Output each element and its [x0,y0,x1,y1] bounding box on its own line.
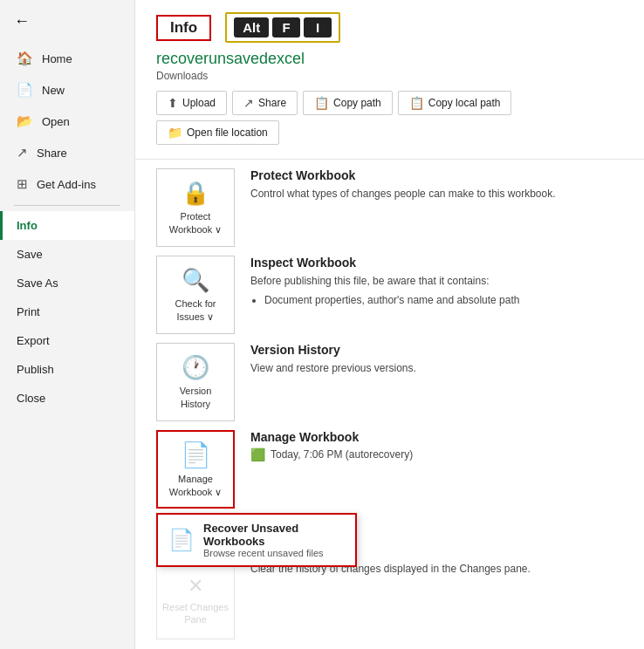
upload-icon: ⬆ [168,96,178,110]
inspect-workbook-title: Inspect Workbook [250,256,623,270]
recover-popup-desc: Browse recent unsaved files [203,548,345,558]
sidebar-item-label: Save As [17,277,58,290]
toolbar: ⬆ Upload ↗ Share 📋 Copy path 📋 Copy loca… [156,91,623,145]
protect-workbook-section: 🔒 ProtectWorkbook ∨ Protect Workbook Con… [156,168,623,247]
sidebar-item-label: Print [17,305,40,318]
version-history-label: VersionHistory [180,385,212,410]
sidebar-item-new[interactable]: 📄 New [0,74,134,106]
sidebar-item-label: Home [42,52,72,65]
sidebar-item-label: Close [17,392,45,405]
protect-workbook-label: ProtectWorkbook ∨ [169,210,222,236]
protect-workbook-title: Protect Workbook [250,168,623,182]
copy-local-path-button[interactable]: 📋 Copy local path [398,91,512,115]
clock-icon: 🕐 [182,354,209,381]
copy-path-icon: 📋 [314,96,329,110]
sidebar-nav: 🏠 Home 📄 New 📂 Open ↗ Share ⊞ Get Add-in… [0,43,134,413]
recover-unsaved-popup[interactable]: 📄 Recover Unsaved Workbooks Browse recen… [156,513,357,567]
sidebar-item-label: Info [17,219,38,232]
open-location-label: Open file location [187,126,268,139]
protect-workbook-desc: Control what types of changes people can… [250,186,623,202]
manage-workbook-label: ManageWorkbook ∨ [169,473,222,498]
sidebar-item-get-add-ins[interactable]: ⊞ Get Add-ins [0,168,134,200]
sidebar-item-label: New [42,84,65,97]
open-icon: 📂 [17,113,33,129]
check-issues-button[interactable]: 🔍 Check forIssues ∨ [156,256,235,334]
autorecovery-label: Today, 7:06 PM (autorecovery) [271,448,413,461]
check-issues-text: Inspect Workbook Before publishing this … [250,256,623,308]
file-name: recoverunsavedexcel [156,50,623,68]
sidebar-item-print[interactable]: Print [0,297,134,326]
check-issues-label: Check forIssues ∨ [175,297,216,323]
sidebar: ← 🏠 Home 📄 New 📂 Open ↗ Share ⊞ Get Add-… [0,0,135,649]
sidebar-item-home[interactable]: 🏠 Home [0,43,134,74]
home-icon: 🏠 [17,51,33,66]
back-button[interactable]: ← [0,0,134,43]
open-file-location-button[interactable]: 📁 Open file location [156,120,279,145]
inspect-icon: 🔍 [182,267,209,294]
sidebar-item-close[interactable]: Close [0,384,134,413]
sidebar-item-save-as[interactable]: Save As [0,269,134,297]
new-icon: 📄 [17,82,33,98]
lock-icon: 🔒 [182,180,209,207]
inspect-bullet: Document properties, author's name and a… [264,292,623,308]
version-history-section: 🕐 VersionHistory Version History View an… [156,343,623,421]
title-row: Info Alt F I [156,12,623,43]
manage-workbook-section: 📄 ManageWorkbook ∨ Manage Workbook 🟩 Tod… [156,430,623,509]
add-ins-icon: ⊞ [17,176,28,192]
sidebar-item-publish[interactable]: Publish [0,355,134,384]
recover-popup-title: Recover Unsaved Workbooks [203,522,345,548]
share-label: Share [258,97,286,109]
recover-icon: 📄 [168,528,195,552]
manage-workbook-title: Manage Workbook [250,430,623,444]
reset-changes-label: Reset ChangesPane [162,601,229,626]
sidebar-item-label: Get Add-ins [37,178,96,191]
main-header: Info Alt F I recoverunsavedexcel Downloa… [135,0,644,160]
protect-workbook-text: Protect Workbook Control what types of c… [250,168,623,202]
version-history-desc: View and restore previous versions. [250,360,623,376]
protect-workbook-button[interactable]: 🔒 ProtectWorkbook ∨ [156,168,235,247]
version-history-title: Version History [250,343,623,357]
share-icon: ↗ [17,145,28,161]
reset-icon: ✕ [188,575,203,598]
info-sections: 🔒 ProtectWorkbook ∨ Protect Workbook Con… [135,168,644,639]
manage-workbook-button[interactable]: 📄 ManageWorkbook ∨ [156,430,235,509]
key-alt: Alt [234,17,269,38]
share-icon: ↗ [243,96,254,110]
info-title-badge: Info [156,15,211,41]
upload-button[interactable]: ⬆ Upload [156,91,227,115]
share-button[interactable]: ↗ Share [232,91,298,115]
copy-local-icon: 📋 [409,96,424,110]
key-f: F [272,17,300,38]
reset-changes-section: ✕ Reset ChangesPane Clear the history of… [156,561,623,639]
open-location-icon: 📁 [168,126,182,140]
upload-label: Upload [182,97,216,109]
sidebar-item-share[interactable]: ↗ Share [0,137,134,168]
copy-path-button[interactable]: 📋 Copy path [303,91,393,115]
version-history-text: Version History View and restore previou… [250,343,623,376]
sidebar-item-label: Open [42,115,70,128]
main-content: Info Alt F I recoverunsavedexcel Downloa… [135,0,644,649]
sidebar-item-save[interactable]: Save [0,240,134,269]
sidebar-divider [14,205,120,206]
manage-workbook-text: Manage Workbook 🟩 Today, 7:06 PM (autore… [250,430,623,461]
copy-local-label: Copy local path [428,97,501,109]
copy-path-label: Copy path [333,97,381,109]
inspect-workbook-desc: Before publishing this file, be aware th… [250,273,623,308]
manage-workbook-icon: 📄 [181,441,211,469]
file-location: Downloads [156,70,623,82]
sidebar-item-open[interactable]: 📂 Open [0,106,134,137]
autorecovery-item[interactable]: 🟩 Today, 7:06 PM (autorecovery) [250,447,623,461]
version-history-button[interactable]: 🕐 VersionHistory [156,343,235,421]
recover-popup-text: Recover Unsaved Workbooks Browse recent … [203,522,345,558]
sidebar-item-label: Save [17,248,43,261]
sidebar-item-label: Publish [17,363,54,376]
info-title-text: Info [170,19,197,36]
check-issues-section: 🔍 Check forIssues ∨ Inspect Workbook Bef… [156,256,623,334]
key-i: I [304,17,332,38]
excel-icon: 🟩 [250,447,265,461]
sidebar-item-label: Share [37,147,67,160]
sidebar-item-info[interactable]: Info [0,211,134,240]
sidebar-item-label: Export [17,334,50,347]
sidebar-item-export[interactable]: Export [0,326,134,355]
reset-changes-button: ✕ Reset ChangesPane [156,561,235,639]
